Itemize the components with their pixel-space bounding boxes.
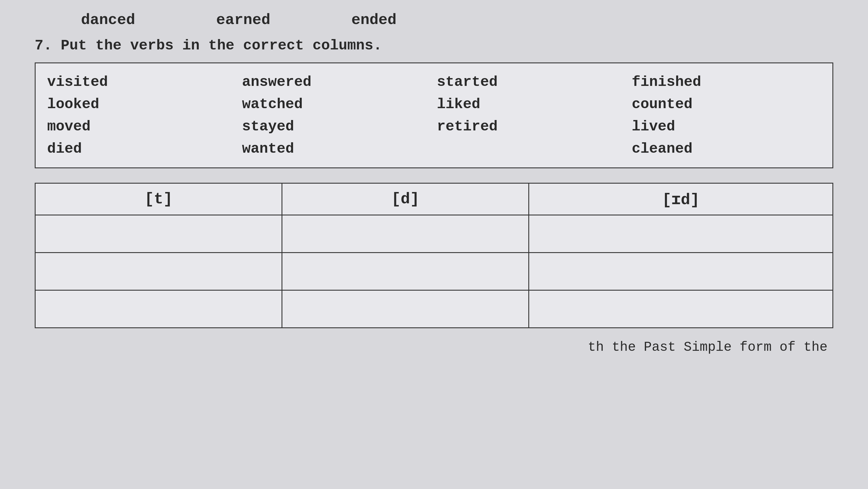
word-box: visited answered started finished looked… bbox=[35, 62, 833, 168]
cell-d-1[interactable] bbox=[282, 215, 529, 253]
cell-d-2[interactable] bbox=[282, 253, 529, 290]
word-visited: visited bbox=[47, 72, 237, 92]
top-word-danced: danced bbox=[81, 11, 135, 29]
cell-t-2[interactable] bbox=[35, 253, 282, 290]
cell-d-3[interactable] bbox=[282, 290, 529, 328]
word-liked: liked bbox=[437, 94, 626, 114]
word-lived: lived bbox=[632, 117, 821, 136]
word-empty bbox=[437, 139, 626, 159]
word-wanted: wanted bbox=[242, 139, 431, 159]
word-retired: retired bbox=[437, 117, 626, 136]
top-word-ended: ended bbox=[351, 11, 396, 29]
question-label: 7. Put the verbs in the correct columns. bbox=[23, 37, 845, 54]
word-counted: counted bbox=[632, 94, 821, 114]
header-d: [d] bbox=[282, 183, 529, 215]
cell-t-1[interactable] bbox=[35, 215, 282, 253]
word-moved: moved bbox=[47, 117, 237, 136]
cell-id-3[interactable] bbox=[529, 290, 833, 328]
cell-t-3[interactable] bbox=[35, 290, 282, 328]
header-id: [ɪd] bbox=[529, 183, 833, 215]
bottom-text-content: th the Past Simple form of the bbox=[588, 340, 828, 355]
word-stayed: stayed bbox=[242, 117, 431, 136]
table-row bbox=[35, 253, 833, 290]
question-text: Put the verbs in the correct columns. bbox=[61, 37, 382, 54]
word-watched: watched bbox=[242, 94, 431, 114]
bottom-text: th the Past Simple form of the bbox=[23, 340, 845, 355]
answer-table: [t] [d] [ɪd] bbox=[35, 183, 833, 328]
word-looked: looked bbox=[47, 94, 237, 114]
cell-id-2[interactable] bbox=[529, 253, 833, 290]
top-word-earned: earned bbox=[216, 11, 270, 29]
question-number: 7. bbox=[35, 37, 52, 54]
cell-id-1[interactable] bbox=[529, 215, 833, 253]
word-answered: answered bbox=[242, 72, 431, 92]
word-finished: finished bbox=[632, 72, 821, 92]
word-started: started bbox=[437, 72, 626, 92]
table-header-row: [t] [d] [ɪd] bbox=[35, 183, 833, 215]
top-words-row: danced earned ended bbox=[23, 11, 845, 29]
table-row bbox=[35, 290, 833, 328]
header-t: [t] bbox=[35, 183, 282, 215]
table-row bbox=[35, 215, 833, 253]
word-cleaned: cleaned bbox=[632, 139, 821, 159]
word-died: died bbox=[47, 139, 237, 159]
